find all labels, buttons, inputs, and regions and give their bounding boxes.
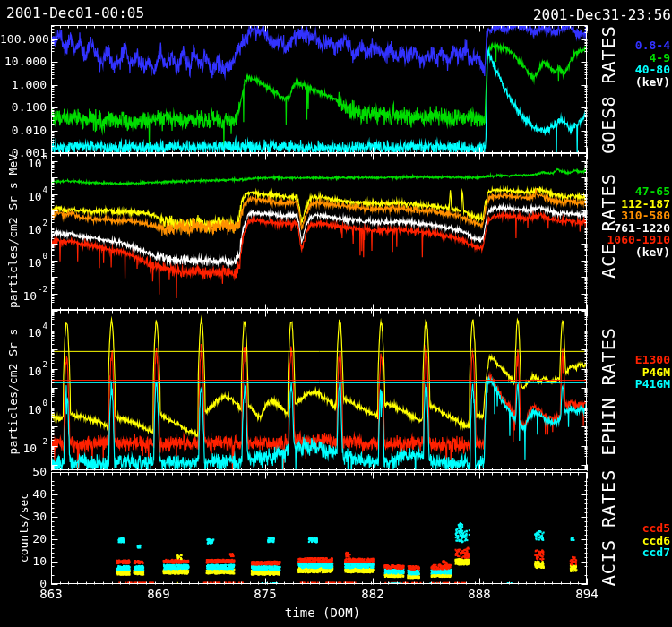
ephin-y-axis-label: particles/cm2 Sr s — [6, 329, 20, 455]
y-tick-label: 100 — [0, 400, 47, 417]
legend-item: 112-187 — [607, 198, 670, 210]
x-axis-label: time (DOM) — [251, 606, 394, 620]
y-tick-label: 10-2 — [0, 287, 47, 303]
y-tick-label: 20 — [0, 532, 47, 545]
plot-canvas — [0, 0, 672, 627]
y-tick-label: 0.010 — [0, 124, 47, 137]
y-tick-label: 10.000 — [0, 55, 47, 68]
y-tick-label: 10-2 — [0, 439, 47, 455]
panel-title-ephin: EPHIN RATES — [598, 327, 619, 455]
acis-legend: ccd5 ccd6 ccd7 — [642, 522, 670, 559]
legend-item: 0.8-4 — [635, 39, 670, 52]
legend-item: 1060-1910 — [607, 234, 670, 246]
legend-item: ccd6 — [642, 535, 670, 547]
x-tick-label: 869 — [132, 587, 185, 601]
panel-title-goes8: GOES8 RATES — [598, 25, 619, 153]
panel-title-acis: ACIS RATES — [598, 469, 619, 586]
y-tick-label: 104 — [0, 187, 47, 203]
legend-item: 310-580 — [607, 210, 670, 222]
end-time-title: 2001-Dec31-23:56 — [533, 6, 671, 23]
legend-item: ccd5 — [642, 522, 670, 535]
ace-legend: 47-65 112-187 310-580 761-1220 1060-1910… — [607, 185, 670, 258]
legend-item: (keV) — [635, 76, 670, 89]
legend-item: 40-80 — [635, 64, 670, 76]
plot-area: 2001-Dec01-00:05 2001-Dec31-23:56 GOES8 … — [0, 0, 672, 627]
y-tick-label: 106 — [0, 154, 47, 170]
x-tick-label: 875 — [238, 587, 292, 601]
y-tick-label: 50 — [0, 465, 47, 478]
start-time-title: 2001-Dec01-00:05 — [6, 4, 144, 21]
legend-item: P41GM — [635, 378, 670, 391]
legend-item: 47-65 — [607, 185, 670, 198]
y-tick-label: 100 — [0, 253, 47, 270]
legend-item: 4-9 — [635, 52, 670, 64]
legend-item: E1300 — [635, 354, 670, 366]
y-tick-label: 104 — [0, 323, 47, 339]
x-tick-label: 882 — [346, 587, 400, 601]
goes8-legend: 0.8-4 4-9 40-80 (keV) — [635, 39, 670, 88]
legend-item: P4GM — [635, 366, 670, 379]
y-tick-label: 0.100 — [0, 100, 47, 114]
acis-y-axis-label: counts/sec — [17, 493, 30, 563]
y-tick-label: 40 — [0, 487, 47, 501]
y-tick-label: 1.000 — [0, 78, 47, 91]
x-tick-label: 894 — [560, 587, 614, 601]
y-tick-label: 100.000 — [0, 32, 47, 46]
x-tick-label: 888 — [452, 587, 506, 601]
legend-item: ccd7 — [642, 546, 670, 559]
y-tick-label: 30 — [0, 510, 47, 523]
legend-item: 761-1220 — [607, 222, 670, 235]
legend-item: (keV) — [607, 246, 670, 259]
y-tick-label: 10 — [0, 554, 47, 568]
y-tick-label: 102 — [0, 362, 47, 378]
x-tick-label: 863 — [24, 587, 78, 601]
ephin-legend: E1300 P4GM P41GM — [635, 354, 670, 391]
y-tick-label: 102 — [0, 220, 47, 236]
